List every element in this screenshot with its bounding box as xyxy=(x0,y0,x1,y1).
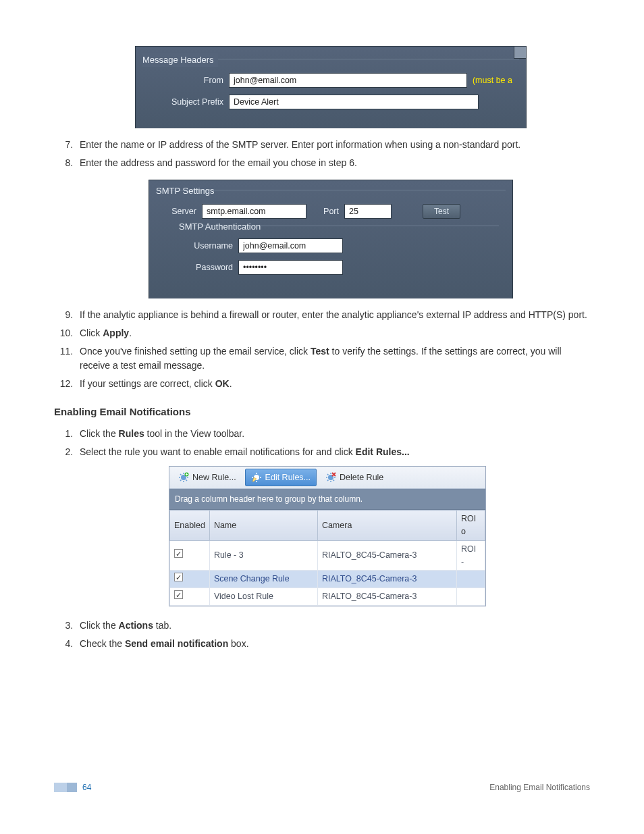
footer-section: Enabling Email Notifications xyxy=(489,781,590,793)
from-hint: (must be a xyxy=(473,74,512,87)
steps-1-2: Click the Rules tool in the View toolbar… xyxy=(76,427,590,459)
password-input[interactable] xyxy=(238,260,343,275)
step-d4-pre: Check the xyxy=(80,638,125,649)
window-corner xyxy=(514,47,526,59)
delete-rule-label: Delete Rule xyxy=(340,471,383,484)
group-smtp-settings-title: SMTP Settings xyxy=(156,184,218,198)
step-8-text: Enter the address and password for the e… xyxy=(80,157,357,168)
step-10-pre: Click xyxy=(80,328,103,338)
edit-rules-button[interactable]: Edit Rules... xyxy=(245,469,317,487)
col-camera[interactable]: Camera xyxy=(317,511,456,541)
step-12-bold: OK xyxy=(215,378,230,389)
group-smtp-settings: SMTP Settings Server Port Test SMTP Auth… xyxy=(156,190,506,287)
page-number: 64 xyxy=(82,781,91,793)
cell-camera: RIALTO_8C45-Camera-3 xyxy=(317,540,456,571)
steps-9-12: If the analytic appliance is behind a fi… xyxy=(76,308,590,391)
screenshot-smtp-settings: SMTP Settings Server Port Test SMTP Auth… xyxy=(149,180,513,298)
enabled-checkbox[interactable] xyxy=(174,549,183,558)
step-d3-bold: Actions xyxy=(119,620,153,631)
page-footer: 64 Enabling Email Notifications xyxy=(54,781,590,793)
cell-name: Scene Change Rule xyxy=(209,571,317,588)
step-d3-post: tab. xyxy=(153,620,171,631)
cell-roi xyxy=(457,588,485,606)
step-9-text: If the analytic appliance is behind a fi… xyxy=(80,309,587,320)
port-input[interactable] xyxy=(344,204,392,219)
step-7-text: Enter the name or IP address of the SMTP… xyxy=(80,139,520,150)
step-10: Click Apply. xyxy=(76,326,590,340)
delete-rule-button[interactable]: Delete Rule xyxy=(319,469,390,487)
step-d4-bold: Send email notification xyxy=(125,638,228,649)
cell-camera: RIALTO_8C45-Camera-3 xyxy=(317,588,456,606)
step-11-pre: Once you've finished setting up the emai… xyxy=(80,346,311,357)
step-d4-post: box. xyxy=(228,638,248,649)
step-d3: Click the Actions tab. xyxy=(76,619,590,633)
subject-prefix-input[interactable] xyxy=(229,95,479,109)
enabled-checkbox[interactable] xyxy=(174,573,183,581)
cell-roi: ROI - xyxy=(457,540,485,571)
step-11-bold: Test xyxy=(311,346,329,357)
gear-plus-icon xyxy=(178,472,189,483)
table-row[interactable]: Rule - 3RIALTO_8C45-Camera-3ROI - xyxy=(170,540,485,571)
server-label: Server xyxy=(163,205,196,218)
test-button[interactable]: Test xyxy=(423,204,460,219)
step-c1-bold: Rules xyxy=(119,428,144,439)
group-smtp-auth: SMTP Authentication Username Password xyxy=(179,226,499,284)
step-c1-post: tool in the View toolbar. xyxy=(144,428,244,439)
gear-x-icon xyxy=(325,472,336,483)
section-heading: Enabling Email Notifications xyxy=(54,405,590,420)
username-input[interactable] xyxy=(238,238,343,253)
username-label: Username xyxy=(186,240,233,253)
step-10-post: . xyxy=(129,328,132,338)
rules-toolbar: New Rule... Edit Rules... Delete Rule xyxy=(169,467,485,490)
enabled-checkbox[interactable] xyxy=(174,590,183,599)
group-smtp-auth-title: SMTP Authentication xyxy=(179,220,265,234)
step-c1: Click the Rules tool in the View toolbar… xyxy=(76,427,590,441)
rules-header-row: Enabled Name Camera ROI o xyxy=(170,511,485,541)
screenshot-message-headers: Message Headers From (must be a Subject … xyxy=(135,46,527,128)
subject-prefix-label: Subject Prefix xyxy=(149,96,223,109)
step-9: If the analytic appliance is behind a fi… xyxy=(76,308,590,322)
col-enabled[interactable]: Enabled xyxy=(170,511,210,541)
step-d4: Check the Send email notification box. xyxy=(76,637,590,651)
new-rule-button[interactable]: New Rule... xyxy=(172,469,242,487)
cell-name: Rule - 3 xyxy=(209,540,317,571)
step-7: Enter the name or IP address of the SMTP… xyxy=(76,138,590,152)
cell-camera: RIALTO_8C45-Camera-3 xyxy=(317,571,456,588)
group-message-headers-title: Message Headers xyxy=(142,53,218,67)
group-message-headers: Message Headers From (must be a Subject … xyxy=(142,59,519,119)
step-12: If your settings are correct, click OK. xyxy=(76,377,590,391)
step-d3-pre: Click the xyxy=(80,620,119,631)
screenshot-rules: New Rule... Edit Rules... Delete Rule Dr… xyxy=(169,466,486,606)
step-12-post: . xyxy=(230,378,232,389)
step-c2-pre: Select the rule you want to enable email… xyxy=(80,446,356,457)
gear-pencil-icon xyxy=(251,472,262,483)
step-c2-bold: Edit Rules... xyxy=(356,446,410,457)
password-label: Password xyxy=(186,261,233,274)
footer-mark-icon xyxy=(54,783,77,792)
port-label: Port xyxy=(312,205,339,218)
table-row[interactable]: Scene Change RuleRIALTO_8C45-Camera-3 xyxy=(170,571,485,588)
edit-rules-label: Edit Rules... xyxy=(265,471,311,484)
cell-roi xyxy=(457,571,485,588)
step-c2: Select the rule you want to enable email… xyxy=(76,445,590,459)
table-row[interactable]: Video Lost RuleRIALTO_8C45-Camera-3 xyxy=(170,588,485,606)
steps-7-8: Enter the name or IP address of the SMTP… xyxy=(76,138,590,170)
cell-name: Video Lost Rule xyxy=(209,588,317,606)
col-name[interactable]: Name xyxy=(209,511,317,541)
steps-3-4: Click the Actions tab. Check the Send em… xyxy=(76,619,590,651)
step-8: Enter the address and password for the e… xyxy=(76,156,590,170)
from-input[interactable] xyxy=(229,73,467,88)
step-10-bold: Apply xyxy=(103,328,129,338)
server-input[interactable] xyxy=(202,204,306,219)
from-label: From xyxy=(149,74,223,87)
col-roi[interactable]: ROI o xyxy=(457,511,485,541)
step-12-pre: If your settings are correct, click xyxy=(80,378,215,389)
step-11: Once you've finished setting up the emai… xyxy=(76,344,590,373)
step-c1-pre: Click the xyxy=(80,428,119,439)
new-rule-label: New Rule... xyxy=(192,471,236,484)
group-by-hint[interactable]: Drag a column header here to group by th… xyxy=(169,489,485,510)
rules-table: Enabled Name Camera ROI o Rule - 3RIALTO… xyxy=(169,510,485,606)
